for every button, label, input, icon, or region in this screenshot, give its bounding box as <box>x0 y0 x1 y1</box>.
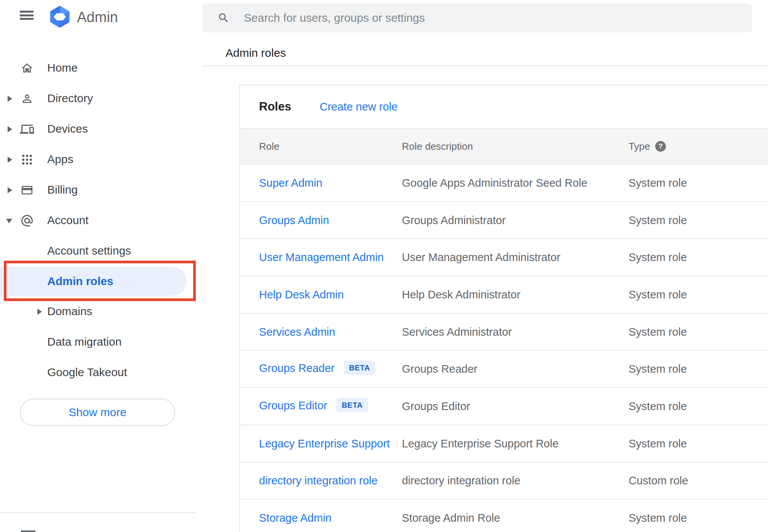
roles-card-header: Roles Create new role <box>240 85 768 128</box>
sidebar-divider <box>0 512 195 513</box>
chevron-right-icon[interactable] <box>37 309 42 315</box>
role-type: System role <box>629 251 687 264</box>
role-link[interactable]: Help Desk Admin <box>259 288 344 300</box>
search-input[interactable] <box>202 3 752 32</box>
role-link[interactable]: Services Admin <box>259 325 335 338</box>
chevron-down-icon[interactable] <box>6 219 12 223</box>
table-row: Groups EditorBETAGroups EditorSystem rol… <box>240 388 768 425</box>
sidebar-item-account-settings[interactable]: Account settings <box>0 236 195 266</box>
chevron-right-icon[interactable] <box>8 126 12 132</box>
sidebar: Admin Home Directory Devices <box>0 0 195 532</box>
role-description: Storage Admin Role <box>402 512 500 524</box>
sidebar-item-apps[interactable]: Apps <box>0 144 195 175</box>
table-row: Storage AdminStorage Admin RoleSystem ro… <box>240 500 768 532</box>
role-link[interactable]: Groups Admin <box>259 214 329 226</box>
role-cell: Groups ReaderBETA <box>259 362 375 376</box>
role-description: Groups Editor <box>402 400 470 412</box>
chevron-right-icon[interactable] <box>8 96 12 102</box>
sidebar-item-label: Google Takeout <box>47 366 127 379</box>
create-new-role-link[interactable]: Create new role <box>320 101 398 113</box>
role-cell: Super Admin <box>259 176 322 189</box>
role-type: System role <box>629 512 687 524</box>
role-description: Groups Reader <box>402 363 477 375</box>
column-header-type: Type <box>629 141 650 152</box>
role-type: System role <box>629 214 687 226</box>
show-more-label: Show more <box>69 406 126 419</box>
sidebar-item-devices[interactable]: Devices <box>0 114 195 144</box>
role-type: Custom role <box>629 474 688 487</box>
devices-icon <box>20 122 34 136</box>
beta-badge: BETA <box>336 398 368 412</box>
sidebar-item-label: Directory <box>47 92 93 105</box>
sidebar-item-home[interactable]: Home <box>0 53 195 83</box>
table-row: directory integration roledirectory inte… <box>240 463 768 500</box>
table-row: Help Desk AdminHelp Desk AdministratorSy… <box>240 276 768 314</box>
table-row: Groups AdminGroups AdministratorSystem r… <box>240 202 768 239</box>
role-description: Help Desk Administrator <box>402 288 520 301</box>
sidebar-item-label: Account <box>47 214 88 227</box>
role-cell: Help Desk Admin <box>259 288 344 301</box>
sidebar-item-label: Apps <box>47 153 73 166</box>
role-description: Legacy Enterprise Support Role <box>402 437 558 450</box>
sidebar-item-label: Data migration <box>47 335 122 348</box>
role-cell: Services Admin <box>259 325 335 338</box>
role-cell: directory integration role <box>259 474 378 487</box>
hamburger-menu-icon[interactable] <box>20 11 34 20</box>
role-link[interactable]: Storage Admin <box>259 512 331 524</box>
sidebar-item-label: Account settings <box>47 244 131 257</box>
person-icon <box>20 91 34 106</box>
header-divider <box>202 66 768 66</box>
role-type: System role <box>629 288 687 301</box>
admin-console-screen: Admin Home Directory Devices <box>0 0 768 532</box>
role-cell: Storage Admin <box>259 512 331 524</box>
help-icon[interactable]: ? <box>655 141 666 152</box>
sidebar-item-domains[interactable]: Domains <box>0 296 195 327</box>
role-link[interactable]: Legacy Enterprise Support <box>259 437 390 449</box>
home-icon <box>20 61 34 75</box>
roles-card: Roles Create new role Role Role descript… <box>239 85 768 532</box>
role-description: Groups Administrator <box>402 214 506 226</box>
at-sign-icon <box>20 213 34 228</box>
role-link[interactable]: Groups Editor <box>259 399 327 412</box>
role-description: Google Apps Administrator Seed Role <box>402 176 587 189</box>
column-header-role-description: Role description <box>402 141 473 152</box>
sidebar-item-directory[interactable]: Directory <box>0 83 195 114</box>
table-row: Groups ReaderBETAGroups ReaderSystem rol… <box>240 351 768 388</box>
search-bar[interactable] <box>202 3 752 32</box>
apps-grid-icon <box>20 152 34 167</box>
roles-table-body: Super AdminGoogle Apps Administrator See… <box>240 165 768 532</box>
sidebar-item-admin-roles[interactable]: Admin roles <box>0 267 187 296</box>
table-row: Services AdminServices AdministratorSyst… <box>240 314 768 351</box>
table-row: User Management AdminUser Management Adm… <box>240 239 768 276</box>
card-title: Roles <box>259 100 291 114</box>
clipped-nav-icon <box>21 530 35 532</box>
role-link[interactable]: Super Admin <box>259 176 322 189</box>
sidebar-item-billing[interactable]: Billing <box>0 175 195 205</box>
role-description: directory integration role <box>402 474 520 487</box>
chevron-right-icon[interactable] <box>8 157 12 163</box>
sidebar-item-account[interactable]: Account <box>0 205 195 236</box>
role-type: System role <box>629 325 687 338</box>
role-link[interactable]: User Management Admin <box>259 251 384 263</box>
credit-card-icon <box>20 183 34 197</box>
app-title: Admin <box>77 9 118 26</box>
show-more-button[interactable]: Show more <box>20 399 175 426</box>
sidebar-item-label: Admin roles <box>47 275 113 288</box>
role-link[interactable]: directory integration role <box>259 474 378 487</box>
role-cell: User Management Admin <box>259 251 384 264</box>
role-cell: Groups Admin <box>259 214 329 226</box>
role-type: System role <box>629 363 687 375</box>
sidebar-item-label: Devices <box>47 122 88 135</box>
role-link[interactable]: Groups Reader <box>259 362 334 374</box>
role-description: User Management Administrator <box>402 251 560 264</box>
table-row: Legacy Enterprise SupportLegacy Enterpri… <box>240 425 768 463</box>
role-cell: Groups EditorBETA <box>259 399 368 413</box>
role-cell: Legacy Enterprise Support <box>259 437 390 450</box>
chevron-right-icon[interactable] <box>8 187 12 193</box>
sidebar-item-google-takeout[interactable]: Google Takeout <box>0 357 195 388</box>
beta-badge: BETA <box>344 361 375 375</box>
sidebar-item-data-migration[interactable]: Data migration <box>0 327 195 357</box>
google-admin-logo-icon <box>48 5 72 28</box>
sidebar-item-label: Home <box>47 61 78 74</box>
role-type: System role <box>629 176 687 189</box>
